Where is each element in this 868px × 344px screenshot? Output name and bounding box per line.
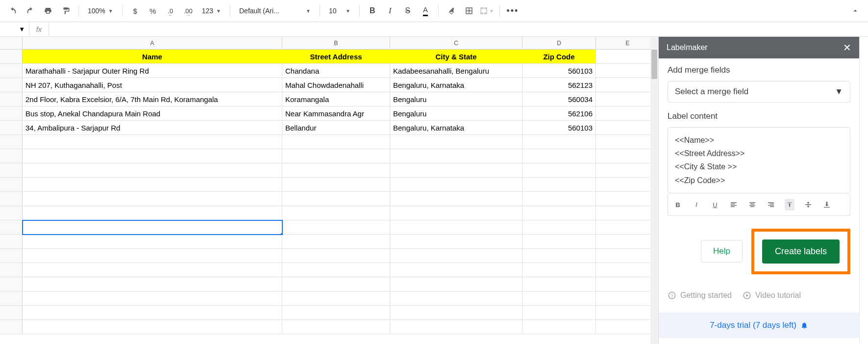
valign-middle-icon[interactable]	[803, 201, 813, 209]
row-header[interactable]	[0, 220, 23, 235]
row-header[interactable]	[0, 306, 23, 320]
cell[interactable]: City & State	[390, 50, 522, 64]
cell[interactable]	[23, 249, 282, 263]
row-header[interactable]	[0, 135, 23, 149]
cell[interactable]	[23, 206, 282, 220]
borders-button[interactable]	[461, 3, 477, 19]
strikethrough-button[interactable]: S	[400, 3, 416, 19]
cell[interactable]	[390, 178, 522, 192]
cell[interactable]	[596, 249, 650, 263]
formula-input[interactable]	[49, 22, 868, 36]
cell[interactable]	[390, 149, 522, 163]
cell[interactable]	[596, 149, 650, 163]
valign-top-icon[interactable]	[785, 199, 794, 211]
cell[interactable]	[282, 306, 390, 320]
cell[interactable]	[596, 306, 650, 320]
cell[interactable]	[596, 50, 650, 64]
cell[interactable]	[282, 235, 390, 249]
paint-format-button[interactable]	[58, 3, 74, 19]
cell[interactable]	[596, 78, 650, 92]
cell[interactable]	[522, 178, 596, 192]
column-header-C[interactable]: C	[390, 37, 522, 50]
video-tutorial-link[interactable]: Video tutorial	[743, 291, 801, 300]
cell[interactable]	[522, 249, 596, 263]
zoom-dropdown[interactable]: 100%▼	[84, 7, 117, 15]
merge-field-select[interactable]: Select a merge field ▼	[668, 81, 850, 103]
cell[interactable]: Koramangala	[282, 92, 390, 106]
cell[interactable]	[522, 306, 596, 320]
create-labels-button[interactable]: Create labels	[762, 239, 840, 264]
cell[interactable]	[282, 249, 390, 263]
cell[interactable]	[596, 277, 650, 291]
row-header[interactable]	[0, 106, 23, 121]
column-header-D[interactable]: D	[522, 37, 596, 50]
cell[interactable]: NH 207, Kuthaganahalli, Post	[23, 78, 282, 92]
cell[interactable]	[522, 263, 596, 277]
cell[interactable]	[23, 235, 282, 249]
font-dropdown[interactable]: Default (Ari...▼	[235, 7, 315, 15]
cell[interactable]	[390, 263, 522, 277]
cell[interactable]	[522, 135, 596, 149]
cell[interactable]	[596, 220, 650, 235]
column-header-A[interactable]: A	[23, 37, 282, 50]
cell[interactable]	[23, 320, 282, 334]
cell[interactable]	[596, 163, 650, 178]
row-header[interactable]	[0, 178, 23, 192]
align-right-icon[interactable]	[766, 201, 776, 209]
row-header[interactable]	[0, 163, 23, 178]
row-header[interactable]	[0, 291, 23, 306]
cell[interactable]	[522, 235, 596, 249]
text-color-button[interactable]: A	[418, 3, 433, 19]
cell[interactable]: 560103	[522, 121, 596, 135]
cell[interactable]	[23, 192, 282, 206]
cell[interactable]	[390, 235, 522, 249]
cell[interactable]	[23, 263, 282, 277]
cell[interactable]	[390, 163, 522, 178]
cell[interactable]	[390, 249, 522, 263]
fill-color-button[interactable]	[444, 3, 459, 19]
row-header[interactable]	[0, 235, 23, 249]
percent-button[interactable]: %	[145, 3, 161, 19]
cell[interactable]	[596, 64, 650, 78]
cell[interactable]	[596, 192, 650, 206]
cell[interactable]: Zip Code	[522, 50, 596, 64]
cell[interactable]	[390, 220, 522, 235]
row-header[interactable]	[0, 249, 23, 263]
underline-icon[interactable]: U	[710, 201, 720, 209]
cell[interactable]	[390, 192, 522, 206]
row-header[interactable]	[0, 263, 23, 277]
cell[interactable]: Bengaluru, Karnataka	[390, 121, 522, 135]
font-size-dropdown[interactable]: 10▼	[325, 7, 354, 15]
cell[interactable]	[282, 291, 390, 306]
cell[interactable]: 560034	[522, 92, 596, 106]
cell[interactable]: 560103	[522, 64, 596, 78]
cell[interactable]: Bus stop, Anekal Chandapura Main Road	[23, 106, 282, 121]
row-header[interactable]	[0, 92, 23, 106]
row-header[interactable]	[0, 320, 23, 334]
cell[interactable]	[522, 277, 596, 291]
row-header[interactable]	[0, 149, 23, 163]
cell[interactable]	[596, 92, 650, 106]
cell[interactable]	[596, 235, 650, 249]
cell[interactable]	[23, 306, 282, 320]
italic-icon[interactable]: I	[692, 201, 701, 209]
cell[interactable]	[522, 149, 596, 163]
cell[interactable]	[390, 291, 522, 306]
cell[interactable]	[522, 163, 596, 178]
cell[interactable]	[23, 178, 282, 192]
cell[interactable]	[522, 220, 596, 235]
vertical-scrollbar[interactable]	[650, 37, 658, 344]
cell[interactable]: Name	[23, 50, 282, 64]
row-header[interactable]	[0, 192, 23, 206]
row-header[interactable]	[0, 206, 23, 220]
cell[interactable]	[282, 135, 390, 149]
cell[interactable]	[282, 178, 390, 192]
cell[interactable]	[596, 320, 650, 334]
cell[interactable]: Chandana	[282, 64, 390, 78]
cell[interactable]	[596, 178, 650, 192]
column-header-B[interactable]: B	[282, 37, 390, 50]
cell[interactable]	[522, 291, 596, 306]
cell[interactable]: Near Kammasandra Agr	[282, 106, 390, 121]
cell[interactable]	[282, 149, 390, 163]
collapse-toolbar-button[interactable]	[847, 3, 863, 19]
